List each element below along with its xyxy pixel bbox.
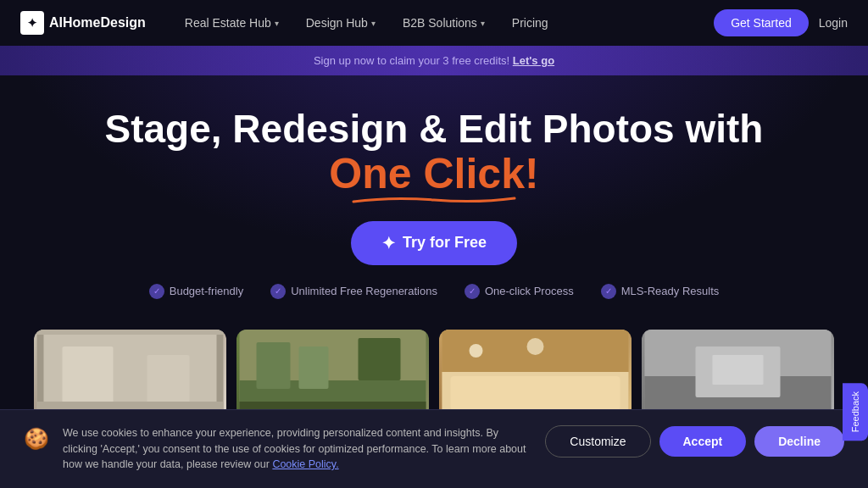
hero-cta-label: Try for Free <box>403 234 487 252</box>
sparkle-icon: ✦ <box>381 233 396 253</box>
nav-b2b-solutions-label: B2B Solutions <box>403 16 477 30</box>
logo-icon: ✦ <box>20 11 44 35</box>
nav-real-estate-hub-label: Real Estate Hub <box>185 16 271 30</box>
banner-link[interactable]: Let's go <box>513 54 554 67</box>
svg-rect-23 <box>713 355 764 385</box>
nav-design-hub[interactable]: Design Hub ▾ <box>294 11 387 35</box>
nav-design-hub-label: Design Hub <box>306 16 368 30</box>
gallery <box>0 316 868 419</box>
try-for-free-button[interactable]: ✦ Try for Free <box>351 221 517 265</box>
check-icon: ✓ <box>465 284 480 299</box>
nav-real-estate-hub[interactable]: Real Estate Hub ▾ <box>173 11 291 35</box>
nav-pricing-label: Pricing <box>512 16 548 30</box>
customize-button[interactable]: Customize <box>545 425 650 458</box>
accept-button[interactable]: Accept <box>659 426 747 457</box>
svg-rect-16 <box>451 376 620 410</box>
svg-rect-9 <box>257 342 291 389</box>
gallery-image-3 <box>439 330 632 419</box>
cookie-policy-link[interactable]: Cookie Policy. <box>272 458 338 470</box>
feature-label: Budget-friendly <box>170 285 243 297</box>
logo-text: AIHomeDesign <box>49 15 146 30</box>
get-started-button[interactable]: Get Started <box>714 9 809 36</box>
feature-one-click-process: ✓ One-click Process <box>465 284 574 299</box>
chevron-down-icon: ▾ <box>481 19 485 28</box>
hero-section: Stage, Redesign & Edit Photos with One C… <box>0 75 868 316</box>
chevron-down-icon: ▾ <box>371 19 376 28</box>
chevron-down-icon: ▾ <box>275 19 279 28</box>
feature-mls-ready: ✓ MLS-Ready Results <box>601 284 720 299</box>
gallery-image-4 <box>642 330 834 419</box>
feature-label: MLS-Ready Results <box>621 285 720 297</box>
promo-banner: Sign up now to claim your 3 free credits… <box>0 46 868 75</box>
feature-label: Unlimited Free Regenerations <box>291 285 437 297</box>
gallery-image-2 <box>236 330 429 419</box>
banner-text: Sign up now to claim your 3 free credits… <box>314 54 509 67</box>
feedback-button[interactable]: Feedback <box>843 383 868 441</box>
feature-budget-friendly: ✓ Budget-friendly <box>149 284 243 299</box>
feature-label: One-click Process <box>485 285 574 297</box>
nav-actions: Get Started Login <box>714 9 848 36</box>
svg-point-18 <box>527 338 544 355</box>
cookie-text: We use cookies to enhance your experienc… <box>63 425 531 473</box>
logo[interactable]: ✦ AIHomeDesign <box>20 11 146 35</box>
svg-rect-10 <box>299 347 329 389</box>
navbar: ✦ AIHomeDesign Real Estate Hub ▾ Design … <box>0 0 868 46</box>
check-icon: ✓ <box>149 284 164 299</box>
decline-button[interactable]: Decline <box>754 426 844 457</box>
svg-rect-4 <box>63 347 114 406</box>
feature-unlimited-regenerations: ✓ Unlimited Free Regenerations <box>270 284 437 299</box>
nav-b2b-solutions[interactable]: B2B Solutions ▾ <box>391 11 497 35</box>
svg-rect-11 <box>359 338 401 380</box>
login-button[interactable]: Login <box>819 16 848 30</box>
check-icon: ✓ <box>270 284 286 299</box>
nav-links: Real Estate Hub ▾ Design Hub ▾ B2B Solut… <box>173 11 714 35</box>
cookie-banner: 🍪 We use cookies to enhance your experie… <box>0 409 868 488</box>
check-icon: ✓ <box>601 284 616 299</box>
features-row: ✓ Budget-friendly ✓ Unlimited Free Regen… <box>17 284 851 299</box>
svg-rect-5 <box>147 355 190 406</box>
hero-headline-line1: Stage, Redesign & Edit Photos with <box>105 107 764 151</box>
svg-rect-3 <box>37 330 224 335</box>
svg-point-17 <box>470 344 483 358</box>
cookie-icon: 🍪 <box>24 427 49 451</box>
hero-headline: Stage, Redesign & Edit Photos with One C… <box>17 108 851 197</box>
nav-pricing[interactable]: Pricing <box>500 11 560 35</box>
gallery-image-1 <box>34 330 226 419</box>
cookie-buttons: Customize Accept Decline <box>545 425 844 458</box>
hero-headline-line2: One Click! <box>17 151 851 197</box>
